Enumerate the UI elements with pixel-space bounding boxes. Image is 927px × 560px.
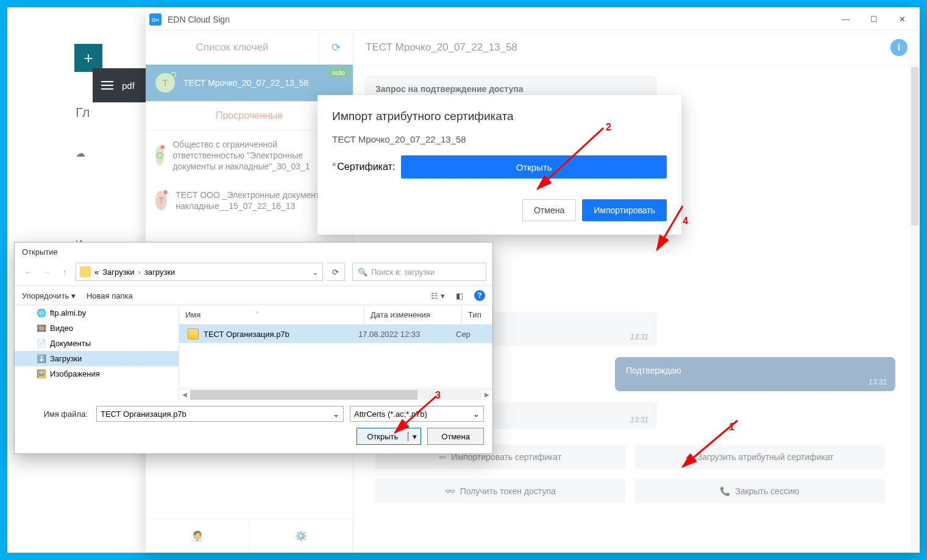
tree-item[interactable]: 🌐ftp.almi.by [15, 305, 179, 321]
background-pdf-label: pdf [122, 80, 135, 91]
file-type-filter[interactable]: AttrCerts (*.ac;*.p7b) ⌄ [350, 406, 484, 422]
file-dialog-title: Открытие [15, 243, 492, 260]
download-icon: ◆ [686, 452, 692, 462]
breadcrumb-refresh-button[interactable]: ⟳ [327, 263, 345, 281]
preview-pane-button[interactable]: ◧ [456, 291, 463, 300]
chevron-down-icon: ⌄ [473, 409, 480, 419]
reply-card: Подтверждаю 13:31 [615, 357, 895, 391]
hamburger-icon [101, 79, 113, 92]
file-list: Имя˄ Дата изменения Тип ТЕСТ Организация… [179, 305, 492, 400]
open-dropdown-button[interactable]: ▾ [408, 432, 421, 441]
modal-cancel-button[interactable]: Отмена [522, 199, 576, 221]
settings-icon[interactable]: ⚙️ [249, 519, 353, 553]
background-text-gl: Гл [76, 105, 90, 121]
nav-up-button[interactable]: ↑ [57, 264, 72, 279]
new-folder-button[interactable]: Новая папка [87, 291, 133, 300]
scrollbar-thumb[interactable] [911, 67, 918, 225]
col-type-header[interactable]: Тип [462, 305, 492, 324]
file-open-dialog: Открытие ← → ↑ « Загрузки › загрузки ⌄ ⟳… [14, 242, 493, 454]
auto-badge: auto [329, 68, 348, 77]
col-date-header[interactable]: Дата изменения [364, 305, 462, 324]
nav-back-button[interactable]: ← [21, 264, 35, 279]
request-title: Запрос на подтверждение доступа [375, 84, 646, 94]
scrollbar-thumb[interactable] [190, 390, 417, 400]
search-input[interactable]: 🔍 Поиск в: загрузки [352, 263, 486, 281]
app-logo-icon: o« [149, 13, 162, 26]
file-cancel-button[interactable]: Отмена [427, 428, 484, 445]
key-avatar: Т [155, 73, 175, 93]
folder-icon [80, 266, 91, 277]
refresh-button[interactable]: ⟳ [319, 30, 353, 65]
modal-import-button[interactable]: Импортировать [582, 199, 667, 221]
titlebar: o« EDN Cloud Sign — ☐ ✕ [146, 9, 920, 30]
view-options-button[interactable]: ☷ ▾ [431, 291, 445, 300]
nav-forward-button[interactable]: → [39, 264, 54, 279]
content-title: ТЕСТ Мрочко_20_07_22_13_58 [366, 41, 517, 54]
modal-title: Импорт атрибутного сертификата [318, 95, 681, 129]
reply-text: Подтверждаю [626, 366, 681, 375]
breadcrumb[interactable]: « Загрузки › загрузки ⌄ [76, 263, 323, 281]
help-button[interactable]: ? [474, 290, 485, 301]
filename-input[interactable]: ТЕСТ Организация.p7b ⌄ [96, 406, 344, 422]
message-time: 13:31 [630, 333, 648, 341]
maximize-button[interactable]: ☐ [860, 10, 888, 29]
key-item-label: ТЕСТ Мрочко_20_07_22_13_58 [183, 77, 308, 88]
col-name-header[interactable]: Имя [185, 310, 201, 319]
scroll-right-button[interactable]: ▶ [481, 390, 492, 400]
support-icon[interactable]: 🧑‍💼 [146, 519, 249, 553]
tree-item[interactable]: 📄Документы [15, 336, 179, 351]
tree-item[interactable]: ⬇️Загрузки [15, 351, 179, 366]
chevron-down-icon[interactable]: ⌄ [333, 409, 339, 419]
close-session-button[interactable]: 📞 Закрыть сессию [635, 479, 885, 503]
load-attr-cert-button[interactable]: ◆ Загрузить атрибутный сертификат [635, 445, 885, 469]
chevron-down-icon[interactable]: ⌄ [312, 268, 319, 277]
message-time: 13:31 [630, 416, 648, 424]
background-hamburger-panel[interactable]: pdf [93, 68, 154, 102]
organize-menu[interactable]: Упорядочить ▾ [22, 291, 76, 300]
file-type: Сер [456, 330, 486, 339]
file-open-button[interactable]: Открыть ▾ [357, 428, 421, 445]
certificate-file-icon [188, 328, 199, 339]
file-row[interactable]: ТЕСТ Организация.p7b 17.08.2022 12:33 Се… [179, 325, 492, 343]
close-window-button[interactable]: ✕ [888, 10, 916, 29]
filename-label: Имя файла: [23, 409, 90, 419]
keys-title: Список ключей [146, 41, 319, 54]
chevron-down-icon: ▾ [71, 291, 76, 300]
close-session-icon: 📞 [720, 486, 730, 496]
file-name: ТЕСТ Организация.p7b [204, 330, 289, 339]
modal-subtitle: ТЕСТ Мрочко_20_07_22_13_58 [318, 129, 681, 144]
open-cert-button[interactable]: Открыть [401, 155, 667, 179]
minimize-button[interactable]: — [832, 10, 860, 29]
info-button[interactable]: i [890, 39, 907, 56]
message-time: 13:31 [868, 378, 887, 386]
folder-tree: 🌐ftp.almi.by 🎞️Видео 📄Документы ⬇️Загруз… [15, 305, 179, 400]
get-token-button[interactable]: 👓 Получить токен доступа [375, 479, 625, 503]
scrollbar[interactable] [910, 65, 920, 553]
import-modal: Импорт атрибутного сертификата ТЕСТ Мроч… [318, 95, 681, 235]
tree-item[interactable]: 🎞️Видео [15, 321, 179, 336]
key-avatar: О [155, 146, 164, 165]
key-avatar: Т [155, 191, 167, 210]
file-date: 17.08.2022 12:33 [358, 330, 456, 339]
window-title: EDN Cloud Sign [168, 15, 832, 24]
scroll-left-button[interactable]: ◀ [179, 390, 190, 400]
sort-indicator-icon: ˄ [255, 310, 260, 319]
cert-label: Сертификат: [337, 161, 395, 172]
horizontal-scrollbar[interactable]: ◀ ▶ [179, 389, 492, 400]
token-icon: 👓 [445, 486, 455, 496]
search-icon: 🔍 [358, 268, 368, 277]
tree-item[interactable]: 🖼️Изображения [15, 366, 179, 381]
